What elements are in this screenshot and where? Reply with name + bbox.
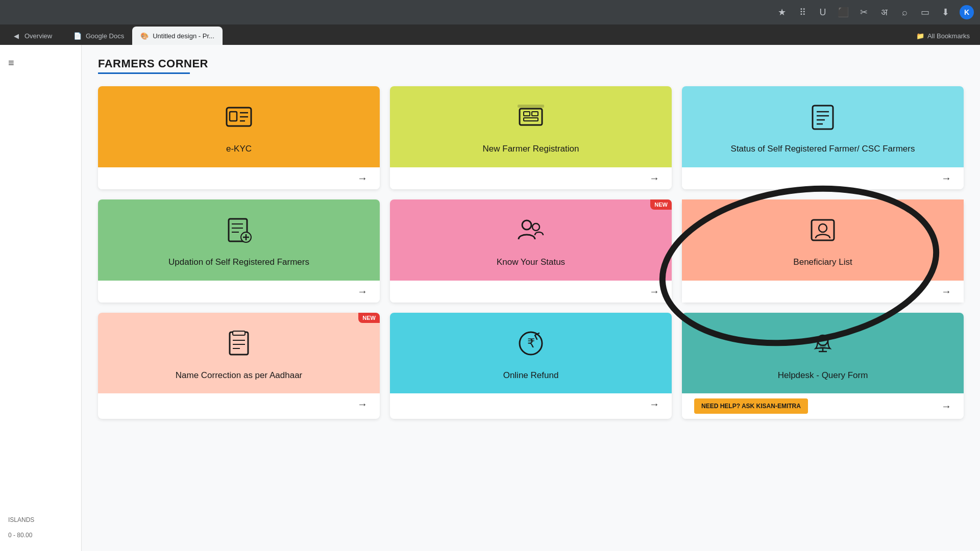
- svg-point-23: [532, 223, 540, 231]
- card-status-farmer[interactable]: Status of Self Registered Farmer/ CSC Fa…: [682, 86, 964, 189]
- new-farmer-label: New Farmer Registration: [483, 143, 579, 155]
- card-ekyc[interactable]: e-KYC →: [98, 86, 380, 189]
- browser-toolbar: ★ ⠿ U ⬛ ✂ अ ⌕ ▭ ⬇ K: [0, 0, 980, 24]
- card-new-farmer-top: New Farmer Registration: [390, 86, 672, 167]
- online-refund-label: Online Refund: [503, 369, 559, 382]
- card-helpdesk[interactable]: Helpdesk - Query Form NEED HELP? ASK KIS…: [682, 313, 964, 419]
- bookmarks-area[interactable]: 📁 All Bookmarks: [910, 27, 976, 45]
- tab-untitled-design[interactable]: 🎨 Untitled design - Pr...: [132, 27, 223, 45]
- svg-rect-25: [812, 220, 834, 240]
- card-know-status-top: Know Your Status: [390, 199, 672, 281]
- card-ekyc-top: e-KYC: [98, 86, 380, 167]
- know-status-new-badge: NEW: [650, 199, 672, 210]
- search-icon[interactable]: ⌕: [898, 6, 911, 18]
- helpdesk-icon: [808, 329, 837, 363]
- card-name-correction-top: Name Correction as per Aadhaar: [98, 313, 380, 394]
- updation-icon: [225, 216, 253, 250]
- kisan-emitra-button[interactable]: NEED HELP? ASK KISAN-EMITRA: [694, 398, 808, 414]
- online-refund-icon: ₹: [517, 329, 545, 363]
- card-status-farmer-bottom: →: [682, 167, 964, 189]
- card-updation[interactable]: Updation of Self Registered Farmers →: [98, 199, 380, 303]
- bookmark-icon[interactable]: ★: [776, 6, 788, 18]
- card-new-farmer-bottom: →: [390, 167, 672, 189]
- card-updation-bottom: →: [98, 281, 380, 303]
- svg-rect-5: [520, 109, 542, 125]
- browser-icons-right: ★ ⠿ U ⬛ ✂ अ ⌕ ▭ ⬇ K: [776, 5, 974, 19]
- name-correction-label: Name Correction as per Aadhaar: [176, 369, 303, 382]
- cast-icon[interactable]: ▭: [919, 6, 931, 18]
- beneficiary-icon: [808, 216, 837, 250]
- name-correction-new-badge: NEW: [358, 313, 380, 323]
- tab-design-icon: 🎨: [140, 32, 149, 40]
- svg-rect-8: [524, 118, 538, 121]
- svg-point-34: [818, 335, 828, 345]
- card-helpdesk-top: Helpdesk - Query Form: [682, 313, 964, 394]
- ekyc-label: e-KYC: [226, 143, 252, 155]
- svg-rect-6: [524, 112, 530, 116]
- svg-rect-9: [518, 105, 544, 108]
- user-avatar[interactable]: K: [960, 5, 974, 19]
- tab-design-label: Untitled design - Pr...: [153, 32, 214, 40]
- hamburger-menu-icon[interactable]: ≡: [4, 53, 77, 73]
- card-online-refund[interactable]: ₹ Online Refund →: [390, 313, 672, 419]
- translate-icon[interactable]: अ: [878, 6, 890, 18]
- card-online-refund-bottom: →: [390, 393, 672, 415]
- know-status-label: Know Your Status: [497, 256, 565, 268]
- section-title: FARMERS CORNER: [98, 57, 964, 70]
- card-ekyc-bottom: →: [98, 167, 380, 189]
- name-correction-icon: [225, 329, 253, 363]
- svg-text:₹: ₹: [527, 336, 535, 350]
- card-name-correction[interactable]: NEW Name Correction as per Aadhaar: [98, 313, 380, 419]
- status-farmer-arrow: →: [941, 172, 951, 184]
- know-status-icon: [517, 216, 545, 250]
- helpdesk-arrow: →: [941, 400, 951, 412]
- scissors-extension-icon[interactable]: ✂: [857, 6, 870, 18]
- tab-overview-label: Overview: [24, 32, 57, 40]
- dark-extension-icon[interactable]: ⬛: [837, 6, 849, 18]
- know-status-arrow: →: [649, 286, 659, 297]
- svg-point-26: [819, 224, 827, 232]
- card-beneficiary-bottom: →: [682, 281, 964, 303]
- extensions-icon[interactable]: ⠿: [796, 6, 808, 18]
- svg-rect-1: [230, 112, 237, 121]
- section-underline: [98, 72, 190, 74]
- bookmarks-folder-icon: 📁: [916, 32, 924, 40]
- tab-bar: ◀ Overview 📄 Google Docs 🎨 Untitled desi…: [0, 24, 980, 45]
- card-online-refund-top: ₹ Online Refund: [390, 313, 672, 394]
- tab-overview-icon: ◀: [12, 32, 20, 40]
- card-status-farmer-top: Status of Self Registered Farmer/ CSC Fa…: [682, 86, 964, 167]
- card-new-farmer[interactable]: New Farmer Registration →: [390, 86, 672, 189]
- card-helpdesk-bottom: NEED HELP? ASK KISAN-EMITRA →: [682, 393, 964, 419]
- svg-rect-28: [233, 331, 245, 335]
- card-beneficiary-top: Beneficiary List: [682, 199, 964, 281]
- cards-grid: e-KYC →: [98, 86, 964, 419]
- card-updation-top: Updation of Self Registered Farmers: [98, 199, 380, 281]
- updation-arrow: →: [357, 286, 368, 297]
- ekyc-arrow: →: [357, 172, 368, 184]
- u-extension-icon[interactable]: U: [817, 6, 829, 18]
- tab-google-docs[interactable]: 📄 Google Docs: [65, 27, 132, 45]
- tab-google-docs-label: Google Docs: [86, 32, 124, 40]
- helpdesk-label: Helpdesk - Query Form: [778, 369, 868, 382]
- card-know-status-bottom: →: [390, 281, 672, 303]
- beneficiary-label: Beneficiary List: [793, 256, 852, 268]
- ekyc-icon: [225, 103, 253, 137]
- online-refund-arrow: →: [649, 398, 659, 410]
- name-correction-arrow: →: [357, 398, 368, 410]
- updation-label: Updation of Self Registered Farmers: [168, 256, 309, 268]
- svg-rect-7: [532, 112, 538, 116]
- new-farmer-arrow: →: [649, 172, 659, 184]
- card-know-status[interactable]: NEW Know Your Status →: [390, 199, 672, 303]
- card-beneficiary[interactable]: Beneficiary List →: [682, 199, 964, 303]
- svg-rect-10: [813, 106, 833, 129]
- svg-rect-35: [820, 344, 826, 347]
- tab-overview[interactable]: ◀ Overview: [4, 27, 65, 45]
- download-icon[interactable]: ⬇: [939, 6, 951, 18]
- new-farmer-icon: [517, 103, 545, 137]
- islands-label: ISLANDS: [4, 512, 77, 528]
- tab-google-docs-icon: 📄: [74, 32, 82, 40]
- card-name-correction-bottom: →: [98, 393, 380, 415]
- page: ≡ ISLANDS 0 - 80.00 FARMERS CORNER: [0, 45, 980, 551]
- beneficiary-arrow: →: [941, 286, 951, 297]
- svg-point-22: [522, 220, 531, 230]
